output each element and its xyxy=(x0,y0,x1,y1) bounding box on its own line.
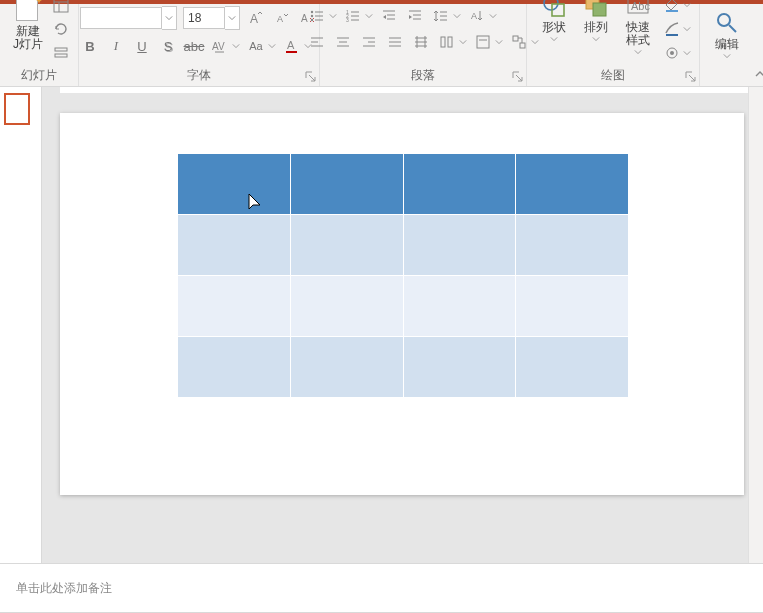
svg-text:A: A xyxy=(287,39,295,51)
shape-effects-dd[interactable] xyxy=(683,49,691,57)
table-row xyxy=(178,337,629,398)
columns-icon[interactable] xyxy=(437,32,457,52)
workspace xyxy=(0,87,763,563)
group-editing: 编辑 xyxy=(700,4,754,86)
smartart-icon[interactable] xyxy=(509,32,529,52)
drawing-side-controls xyxy=(661,0,691,63)
shapes-button[interactable]: 形状 xyxy=(535,0,573,44)
change-case-icon[interactable]: Aa xyxy=(246,36,266,56)
svg-text:A: A xyxy=(277,14,283,24)
italic-button[interactable]: I xyxy=(106,36,126,56)
indent-icon[interactable] xyxy=(405,6,425,26)
align-text-dd[interactable] xyxy=(495,38,503,46)
slide-thumbnail-panel[interactable] xyxy=(0,87,42,563)
strike-button[interactable]: abc xyxy=(184,36,204,56)
text-direction-dd[interactable] xyxy=(489,12,497,20)
svg-text:3: 3 xyxy=(346,17,349,23)
svg-rect-55 xyxy=(520,43,525,48)
group-label-font: 字体 xyxy=(187,63,211,84)
section-icon[interactable] xyxy=(50,43,72,63)
svg-point-65 xyxy=(670,51,674,55)
align-justify-icon[interactable] xyxy=(385,32,405,52)
group-label-editing xyxy=(725,66,728,84)
svg-point-13 xyxy=(311,15,313,17)
notes-pane[interactable]: 单击此处添加备注 xyxy=(0,563,763,612)
distributed-icon[interactable] xyxy=(411,32,431,52)
align-left-icon[interactable] xyxy=(307,32,327,52)
line-spacing-icon[interactable] xyxy=(431,6,451,26)
svg-rect-50 xyxy=(441,37,445,47)
shadow-button[interactable]: S xyxy=(158,36,178,56)
paragraph-dialog-launcher[interactable] xyxy=(512,71,524,83)
chevron-down-icon xyxy=(634,49,642,55)
svg-point-15 xyxy=(311,19,313,21)
shape-fill-dd[interactable] xyxy=(683,1,691,9)
font-size-select[interactable]: 18 xyxy=(183,6,240,30)
mouse-cursor-icon xyxy=(248,193,262,216)
layout-icon[interactable] xyxy=(50,0,72,15)
ribbon: ✦ 新建 J灯片 幻灯片 18 A A xyxy=(0,4,763,87)
group-label-drawing: 绘图 xyxy=(601,63,625,84)
shape-effects-icon[interactable] xyxy=(661,43,683,63)
svg-point-11 xyxy=(311,11,313,13)
arrange-label: 排列 xyxy=(584,21,608,34)
new-slide-button[interactable]: ✦ 新建 J灯片 xyxy=(6,0,50,53)
slide[interactable] xyxy=(60,113,744,495)
svg-rect-63 xyxy=(666,34,678,36)
svg-rect-52 xyxy=(477,36,489,48)
reset-icon[interactable] xyxy=(50,19,72,39)
text-direction-icon[interactable]: A xyxy=(467,6,487,26)
group-drawing: 形状 排列 Abc 快速样式 绘图 xyxy=(527,4,700,86)
table-row xyxy=(178,276,629,337)
chevron-down-icon xyxy=(723,53,731,59)
grow-font-icon[interactable]: A xyxy=(246,8,266,28)
svg-line-67 xyxy=(729,25,736,32)
slides-side-controls xyxy=(50,0,72,63)
editing-label: 编辑 xyxy=(715,38,739,51)
slide-canvas-area[interactable] xyxy=(42,87,748,563)
bullets-dd[interactable] xyxy=(329,12,337,20)
align-center-icon[interactable] xyxy=(333,32,353,52)
underline-button[interactable]: U xyxy=(132,36,152,56)
char-spacing-icon[interactable]: AV xyxy=(210,36,230,56)
align-right-icon[interactable] xyxy=(359,32,379,52)
svg-rect-51 xyxy=(448,37,452,47)
font-dialog-launcher[interactable] xyxy=(305,71,317,83)
arrange-button[interactable]: 排列 xyxy=(577,0,615,44)
numbering-dd[interactable] xyxy=(365,12,373,20)
bold-button[interactable]: B xyxy=(80,36,100,56)
shrink-font-icon[interactable]: A xyxy=(272,8,292,28)
numbering-icon[interactable]: 123 xyxy=(343,6,363,26)
group-slides: ✦ 新建 J灯片 幻灯片 xyxy=(0,4,79,86)
inserted-table[interactable] xyxy=(177,153,629,398)
line-spacing-dd[interactable] xyxy=(453,12,461,20)
change-case-dd[interactable] xyxy=(268,42,276,50)
collapse-ribbon-button[interactable] xyxy=(754,4,763,86)
columns-dd[interactable] xyxy=(459,38,467,46)
svg-rect-59 xyxy=(593,3,606,16)
group-label-paragraph: 段落 xyxy=(411,63,435,84)
drawing-dialog-launcher[interactable] xyxy=(685,71,697,83)
svg-text:A: A xyxy=(471,11,477,21)
new-slide-icon: ✦ xyxy=(12,0,44,23)
vertical-scrollbar[interactable] xyxy=(748,87,763,563)
font-size-value: 18 xyxy=(183,7,225,29)
group-label-slides: 幻灯片 xyxy=(21,63,57,84)
char-spacing-dd[interactable] xyxy=(232,42,240,50)
quick-styles-button[interactable]: Abc 快速样式 xyxy=(619,0,657,57)
shapes-label: 形状 xyxy=(542,21,566,34)
group-font: 18 A A A B I U S abc AV Aa A 字体 xyxy=(79,4,320,86)
chevron-down-icon xyxy=(550,36,558,42)
new-slide-label: 新建 J灯片 xyxy=(12,25,44,51)
shape-fill-icon[interactable] xyxy=(661,0,683,15)
outdent-icon[interactable] xyxy=(379,6,399,26)
svg-rect-54 xyxy=(513,36,518,41)
bullets-icon[interactable] xyxy=(307,6,327,26)
font-name-select[interactable] xyxy=(80,6,177,30)
shape-outline-icon[interactable] xyxy=(661,19,683,39)
shape-outline-dd[interactable] xyxy=(683,25,691,33)
editing-button[interactable]: 编辑 xyxy=(708,8,746,61)
font-color-icon[interactable]: A xyxy=(282,36,302,56)
align-text-icon[interactable] xyxy=(473,32,493,52)
slide-thumbnail-1[interactable] xyxy=(4,93,30,125)
